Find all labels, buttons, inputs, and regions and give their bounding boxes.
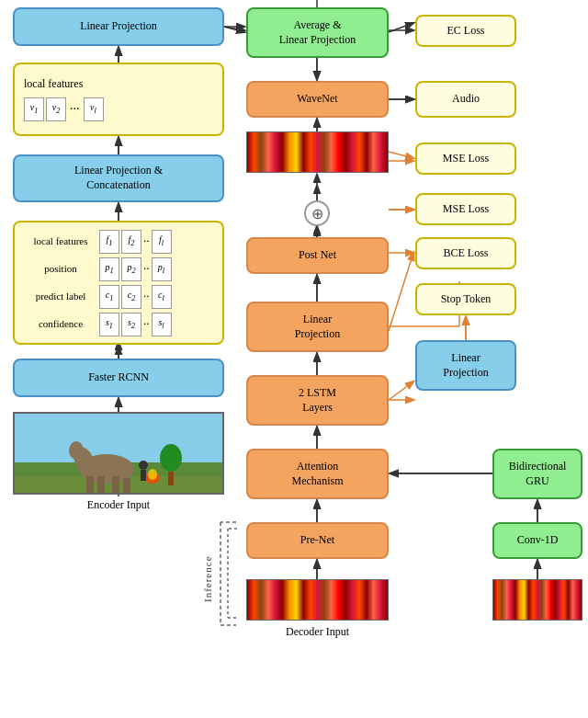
p1-cell: p1 bbox=[99, 257, 119, 281]
bce-loss-box: BCE Loss bbox=[415, 237, 516, 269]
mse-loss-bot-box: MSE Loss bbox=[415, 193, 516, 225]
svg-rect-35 bbox=[86, 476, 94, 493]
local-features-mid-box: local features f1 f2 ·· fl position p1 p… bbox=[13, 221, 224, 345]
position-row: position p1 p2 ·· pl bbox=[24, 257, 213, 281]
diagram: Linear Projection local features v1 v2 ·… bbox=[0, 0, 588, 718]
bidirectional-gru-label: BidirectionalGRU bbox=[509, 460, 567, 488]
local-features-top-box: local features v1 v2 ··· vl bbox=[13, 63, 224, 136]
local-features-cells: v1 v2 ··· vl bbox=[24, 97, 104, 121]
linear-proj-mid-label: LinearProjection bbox=[295, 313, 340, 341]
svg-rect-37 bbox=[112, 476, 119, 493]
p2-cell: p2 bbox=[121, 257, 141, 281]
ec-loss-box: EC Loss bbox=[415, 15, 516, 47]
linear-proj-right-label: LinearProjection bbox=[443, 351, 488, 380]
local-features-top-label: local features bbox=[24, 77, 83, 92]
audio-box: Audio bbox=[415, 81, 516, 118]
f1-cell: f1 bbox=[99, 230, 119, 254]
decoder-input-text: Decoder Input bbox=[286, 625, 349, 638]
svg-point-41 bbox=[160, 444, 182, 472]
local-feat-label: local features bbox=[24, 234, 97, 247]
svg-point-40 bbox=[69, 441, 84, 460]
mid-spectrogram bbox=[246, 131, 389, 173]
local-feat-row: local features f1 f2 ·· fl bbox=[24, 230, 213, 254]
encoder-input-image bbox=[13, 412, 224, 495]
f2-cell: f2 bbox=[121, 230, 141, 254]
s1-cell: s1 bbox=[99, 313, 119, 336]
decoder-input-caption: Decoder Input bbox=[246, 625, 389, 639]
svg-rect-42 bbox=[168, 472, 174, 485]
predict-label-row: predict label c1 c2 ·· cl bbox=[24, 285, 213, 309]
attention-label: AttentionMechanism bbox=[292, 460, 344, 488]
stop-token-label: Stop Token bbox=[441, 292, 492, 307]
svg-point-45 bbox=[139, 461, 148, 470]
bidirectional-gru-box: BidirectionalGRU bbox=[492, 449, 582, 499]
svg-line-47 bbox=[224, 27, 244, 30]
audio-label: Audio bbox=[452, 92, 480, 107]
confidence-label: confidence bbox=[24, 317, 97, 330]
v1-cell: v1 bbox=[24, 97, 44, 121]
linear-projection-top-label: Linear Projection bbox=[80, 19, 157, 34]
decoder-spectrogram bbox=[246, 579, 389, 621]
dots-3: ·· bbox=[143, 261, 150, 277]
sl-cell: sl bbox=[152, 313, 172, 336]
lstm-label: 2 LSTMLayers bbox=[299, 386, 336, 415]
mse-loss-bot-label: MSE Loss bbox=[443, 202, 489, 217]
linear-proj-right-box: LinearProjection bbox=[415, 340, 516, 391]
stop-token-box: Stop Token bbox=[415, 283, 516, 315]
svg-line-69 bbox=[389, 253, 413, 331]
inference-label: Inference bbox=[202, 542, 213, 616]
linear-projection-top-box: Linear Projection bbox=[13, 7, 224, 46]
dots-1: ··· bbox=[70, 101, 80, 118]
c2-cell: c2 bbox=[121, 285, 141, 309]
svg-rect-36 bbox=[97, 476, 105, 495]
svg-line-61 bbox=[389, 382, 413, 400]
pl-cell: pl bbox=[152, 257, 172, 281]
horse-scene-svg bbox=[15, 412, 222, 495]
svg-rect-38 bbox=[123, 478, 130, 493]
encoder-input-text: Encoder Input bbox=[87, 498, 150, 511]
c1-cell: c1 bbox=[99, 285, 119, 309]
lstm-box: 2 LSTMLayers bbox=[246, 375, 389, 426]
linear-proj-concat-box: Linear Projection &Concatenation bbox=[13, 154, 224, 202]
svg-line-48 bbox=[389, 23, 413, 32]
ec-loss-label: EC Loss bbox=[447, 24, 484, 39]
fl-cell: fl bbox=[152, 230, 172, 254]
post-net-box: Post Net bbox=[246, 237, 389, 274]
v2-cell: v2 bbox=[46, 97, 66, 121]
conv1d-spectrogram bbox=[492, 579, 582, 621]
inference-text: Inference bbox=[202, 556, 213, 603]
post-net-label: Post Net bbox=[299, 248, 336, 263]
avg-linear-proj-label: Average &Linear Projection bbox=[279, 18, 356, 47]
dots-2: ·· bbox=[143, 234, 150, 249]
conv1d-label: Conv-1D bbox=[517, 533, 559, 548]
pre-net-label: Pre-Net bbox=[300, 533, 334, 548]
predict-label-label: predict label bbox=[24, 290, 97, 302]
s2-cell: s2 bbox=[121, 313, 141, 336]
faster-rcnn-label: Faster RCNN bbox=[88, 370, 149, 385]
plus-circle: ⊕ bbox=[304, 200, 330, 226]
mse-loss-top-box: MSE Loss bbox=[415, 142, 516, 175]
encoder-input-caption: Encoder Input bbox=[13, 498, 224, 512]
wavenet-box: WaveNet bbox=[246, 81, 389, 118]
linear-proj-concat-label: Linear Projection &Concatenation bbox=[74, 164, 163, 192]
svg-rect-46 bbox=[141, 470, 146, 481]
attention-box: AttentionMechanism bbox=[246, 449, 389, 499]
position-label: position bbox=[24, 262, 97, 275]
vl-cell: vl bbox=[84, 97, 104, 121]
svg-line-56 bbox=[224, 27, 244, 32]
svg-line-67 bbox=[389, 152, 413, 158]
dots-5: ·· bbox=[143, 316, 150, 332]
bce-loss-label: BCE Loss bbox=[443, 246, 488, 261]
dots-4: ·· bbox=[143, 289, 150, 304]
svg-point-44 bbox=[148, 469, 157, 480]
pre-net-box: Pre-Net bbox=[246, 522, 389, 559]
avg-linear-proj-box: Average &Linear Projection bbox=[246, 7, 389, 58]
mse-loss-top-label: MSE Loss bbox=[443, 152, 489, 166]
faster-rcnn-box: Faster RCNN bbox=[13, 359, 224, 397]
cl-cell: cl bbox=[152, 285, 172, 309]
confidence-row: confidence s1 s2 ·· sl bbox=[24, 313, 213, 336]
linear-proj-mid-box: LinearProjection bbox=[246, 302, 389, 352]
conv1d-box: Conv-1D bbox=[492, 522, 582, 559]
wavenet-label: WaveNet bbox=[297, 92, 337, 107]
